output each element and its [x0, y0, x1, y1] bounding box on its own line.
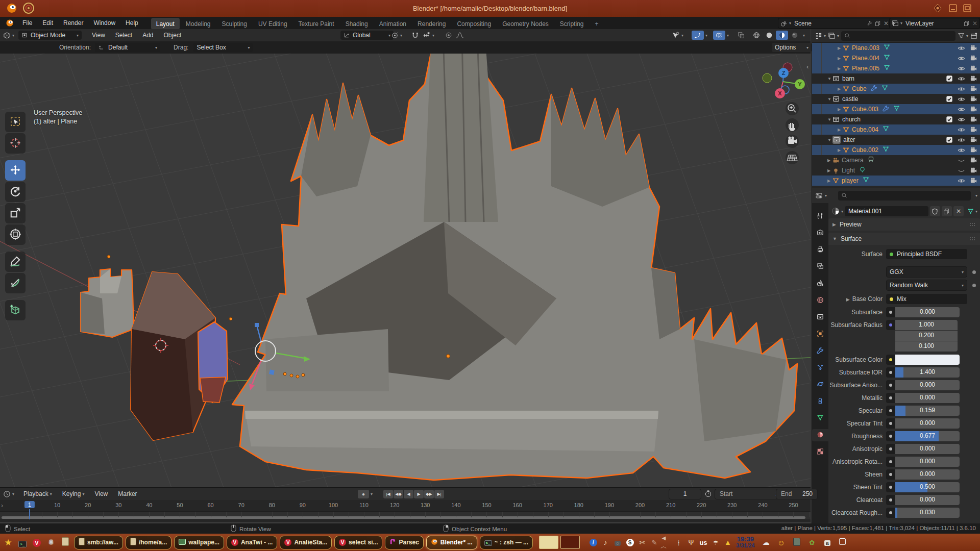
tool-cursor-button[interactable] [5, 133, 26, 154]
checkbox-icon[interactable] [946, 136, 953, 143]
tray-wifi[interactable]: ☂ [709, 536, 722, 548]
app-menu-render[interactable]: Render [58, 19, 88, 27]
expand-arrow-icon[interactable]: ▶ [827, 168, 832, 173]
gizmo-z-handle[interactable] [255, 323, 259, 327]
expand-arrow-icon[interactable]: ▶ [838, 148, 843, 153]
new-collection-button[interactable] [970, 32, 978, 40]
overlays-toggle[interactable] [713, 31, 725, 40]
outliner-row-plane-003[interactable]: ▶Plane.003 [812, 43, 980, 53]
wrench-icon[interactable] [871, 85, 877, 93]
taskbar-window--zsh-[interactable]: >_~ : zsh — ... [480, 536, 533, 549]
eye-icon[interactable] [958, 95, 965, 103]
mesh-data-icon[interactable] [883, 146, 889, 154]
tray-bluetooth[interactable]: ᛂ [673, 536, 685, 548]
properties-tab-object[interactable] [812, 328, 828, 340]
disable-in-renders-icon[interactable] [970, 167, 977, 174]
shading-wireframe-button[interactable] [750, 31, 763, 40]
transform-orientation-selector[interactable]: Global▾ [340, 31, 394, 40]
eye-icon[interactable] [958, 106, 965, 113]
properties-tab-output[interactable] [812, 244, 828, 256]
new-material-copy-button[interactable] [942, 206, 952, 216]
timeline-menu-keying[interactable]: Keying▾ [57, 490, 90, 497]
copy-icon[interactable] [964, 20, 970, 27]
node-socket-decorator[interactable] [886, 406, 895, 416]
properties-tab-collection[interactable] [812, 311, 828, 323]
launcher-archive[interactable] [59, 536, 71, 548]
filter-button[interactable]: ▾ [958, 32, 968, 39]
options-button[interactable]: Options▾ [772, 43, 812, 52]
viewport-menu-view[interactable]: View [87, 32, 110, 39]
subsurface-radius-value-2[interactable]: 0.100 [895, 341, 958, 352]
timeline-editor-type-button[interactable]: ▾ [3, 490, 14, 498]
node-socket-decorator[interactable] [886, 307, 895, 317]
clearcoat-rough--slider[interactable]: 0.030 [895, 508, 960, 518]
tool-scale-button[interactable] [5, 203, 26, 223]
tray-warning[interactable]: ▲ [722, 536, 734, 548]
subsurface-aniso--slider[interactable]: 0.000 [895, 380, 960, 390]
disable-in-renders-icon[interactable] [970, 65, 977, 72]
proportional-editing-toggle[interactable] [445, 32, 464, 39]
tray-volume[interactable]: ◄︿ [660, 536, 673, 548]
snap-toggle[interactable] [411, 32, 419, 39]
anisotropic-rota--slider[interactable]: 0.000 [895, 457, 960, 467]
workspace-tab-shading[interactable]: Shading [340, 18, 373, 30]
sheen-slider[interactable]: 0.000 [895, 469, 960, 480]
properties-tab-render[interactable] [812, 227, 828, 239]
scene-name[interactable]: Scene [794, 20, 866, 27]
eye-icon[interactable] [958, 55, 965, 62]
castle-object[interactable] [232, 54, 797, 480]
workspace-tab-uv-editing[interactable]: UV Editing [253, 18, 292, 30]
eye-icon[interactable] [958, 75, 965, 83]
play-button[interactable]: ▶ [414, 490, 424, 498]
mesh-data-icon[interactable] [893, 105, 900, 113]
taskbar-window-anatwi-[interactable]: VAnaTwi - ... [227, 536, 277, 549]
tool-add-cube-button[interactable] [5, 300, 26, 320]
viewport-menu-object[interactable]: Object [159, 32, 187, 39]
taskbar-window-analiesta-[interactable]: VAnalieSta... [280, 536, 332, 549]
tool-select-box-button[interactable] [5, 112, 26, 132]
tray-music[interactable]: ♪ [599, 536, 611, 548]
surface-shader-button[interactable]: Principled BSDF [886, 249, 967, 259]
shading-material-button[interactable] [776, 31, 788, 40]
perspective-toggle-icon[interactable] [786, 151, 799, 164]
workspace-tab-animation[interactable]: Animation [374, 18, 411, 30]
taskbar-window-wallpape-[interactable]: wallpape... [174, 536, 224, 549]
tray-weather[interactable]: ☁ [760, 536, 772, 548]
tray-amazon[interactable]: a [821, 536, 834, 548]
tray-window[interactable] [837, 536, 849, 548]
expand-arrow-icon[interactable]: ▶ [838, 46, 843, 51]
timeline-scrollbar[interactable] [2, 516, 805, 519]
light-data-icon[interactable] [859, 166, 866, 174]
expand-arrow-icon[interactable]: ▶ [838, 66, 843, 71]
mode-selector[interactable]: Object Mode▾ [18, 31, 82, 40]
eye-closed-icon[interactable] [958, 167, 965, 174]
unlink-material-button[interactable]: ✕ [953, 206, 964, 216]
outliner-row-cube[interactable]: ▶Cube [812, 84, 980, 94]
eye-icon[interactable] [958, 85, 965, 93]
jump-end-button[interactable]: ▶| [434, 490, 444, 498]
node-socket-decorator[interactable] [886, 508, 895, 518]
filter-id-button[interactable]: ▾ [828, 32, 839, 40]
shading-rendered-button[interactable] [789, 31, 801, 40]
node-socket-decorator[interactable] [886, 444, 895, 454]
checkbox-icon[interactable] [946, 116, 953, 123]
launcher-media-v[interactable]: V [31, 536, 43, 548]
outliner-search-input[interactable] [841, 31, 955, 41]
pin-icon[interactable] [866, 20, 872, 27]
tray-usb[interactable]: Ψ [685, 536, 697, 548]
eye-icon[interactable] [958, 177, 965, 185]
mesh-data-icon[interactable] [884, 54, 890, 62]
tray-emoji[interactable]: ☺ [775, 536, 788, 548]
collapse-arrow-icon[interactable]: ▼ [827, 77, 832, 81]
gizmos-toggle[interactable] [692, 31, 704, 40]
keying-chevron[interactable]: ▾ [371, 492, 373, 496]
outliner-row-alter[interactable]: ▼alter [812, 135, 980, 145]
app-menu-edit[interactable]: Edit [37, 19, 58, 27]
properties-tab-material[interactable] [812, 429, 828, 441]
tray-calculator[interactable] [791, 536, 803, 548]
timeline-menu-view[interactable]: View [89, 490, 113, 497]
object-visibility-button[interactable]: ▾ [672, 32, 683, 39]
material-name-field[interactable]: Material.001 [845, 206, 928, 216]
outliner-row-church[interactable]: ▼church [812, 114, 980, 124]
eye-icon[interactable] [958, 146, 965, 154]
